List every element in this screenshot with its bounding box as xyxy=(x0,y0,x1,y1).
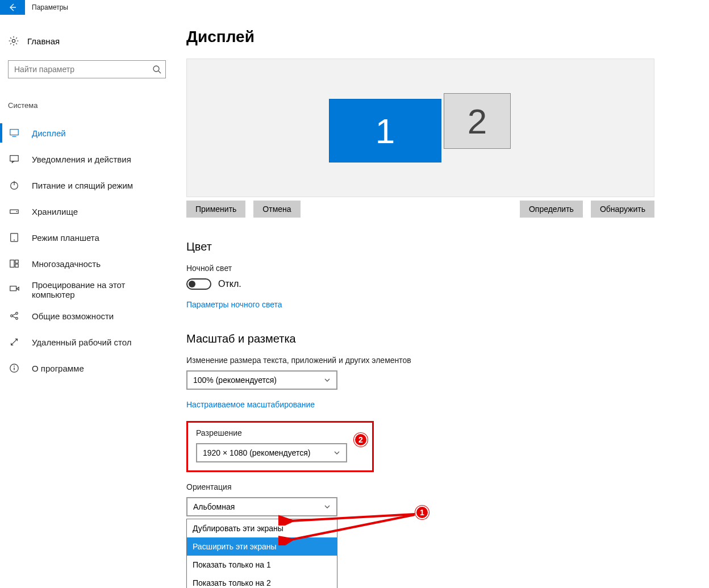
nav-item-shared[interactable]: Общие возможности xyxy=(8,303,168,329)
orientation-value: Альбомная xyxy=(193,502,235,511)
svg-rect-15 xyxy=(10,286,16,291)
home-link[interactable]: Главная xyxy=(8,32,168,55)
project-icon xyxy=(9,285,19,295)
page-title: Дисплей xyxy=(186,28,662,46)
drive-icon xyxy=(9,206,19,216)
svg-point-16 xyxy=(11,315,13,317)
nav-label: Уведомления и действия xyxy=(32,155,131,164)
resolution-label: Разрешение xyxy=(196,428,364,437)
monitor-icon xyxy=(9,128,19,138)
scale-heading: Масштаб и разметка xyxy=(186,332,662,345)
svg-rect-5 xyxy=(10,156,18,161)
power-icon xyxy=(9,180,19,190)
monitor-2[interactable]: 2 xyxy=(444,93,511,149)
dropdown-option-show2[interactable]: Показать только на 2 xyxy=(187,574,337,588)
home-label: Главная xyxy=(27,36,60,46)
svg-rect-14 xyxy=(15,264,18,267)
dropdown-option-extend[interactable]: Расширить эти экраны xyxy=(187,537,337,556)
svg-point-21 xyxy=(14,366,15,367)
detect-button[interactable]: Обнаружить xyxy=(591,201,654,218)
annotation-callout-2: 2 xyxy=(354,433,368,447)
apply-button[interactable]: Применить xyxy=(186,201,245,218)
multitask-icon xyxy=(9,258,19,269)
cancel-button[interactable]: Отмена xyxy=(253,201,300,218)
titlebar: Параметры xyxy=(0,0,709,15)
nav-label: Удаленный рабочий стол xyxy=(32,337,131,347)
tablet-icon xyxy=(9,232,19,243)
search-input[interactable] xyxy=(8,60,166,78)
nav-item-storage[interactable]: Хранилище xyxy=(8,198,168,224)
nav-list: Дисплей Уведомления и действия Питание и… xyxy=(8,120,168,381)
svg-point-0 xyxy=(12,39,15,42)
night-light-settings-link[interactable]: Параметры ночного света xyxy=(186,300,282,309)
chevron-down-icon xyxy=(324,377,331,383)
night-light-toggle[interactable] xyxy=(186,278,211,290)
identify-button[interactable]: Определить xyxy=(520,201,583,218)
svg-point-17 xyxy=(16,312,18,315)
svg-line-2 xyxy=(159,71,161,73)
multi-display-dropdown: Дублировать эти экраны Расширить эти экр… xyxy=(186,519,337,588)
svg-point-18 xyxy=(16,318,18,320)
resolution-select[interactable]: 1920 × 1080 (рекомендуется) xyxy=(196,443,347,462)
nav-item-display[interactable]: Дисплей xyxy=(8,120,168,146)
sidebar: Главная Система Дисплей Уведомления и де… xyxy=(0,15,176,588)
svg-rect-12 xyxy=(10,260,14,268)
color-heading: Цвет xyxy=(186,240,662,253)
orientation-select[interactable]: Альбомная xyxy=(186,497,337,516)
nav-item-power[interactable]: Питание и спящий режим xyxy=(8,172,168,198)
nav-label: Дисплей xyxy=(32,128,66,138)
nav-label: Многозадачность xyxy=(32,259,101,269)
nav-label: Хранилище xyxy=(32,207,78,216)
nav-label: Режим планшета xyxy=(32,233,99,243)
nav-item-notifications[interactable]: Уведомления и действия xyxy=(8,146,168,172)
chevron-down-icon xyxy=(333,449,340,456)
night-light-label: Ночной свет xyxy=(186,264,662,273)
orientation-label: Ориентация xyxy=(186,482,662,491)
annotation-frame-2: Разрешение 1920 × 1080 (рекомендуется) 2 xyxy=(186,421,374,472)
search-icon xyxy=(152,65,161,74)
nav-label: О программе xyxy=(32,364,84,373)
monitor-1[interactable]: 1 xyxy=(329,99,441,162)
display-buttons: Применить Отмена Определить Обнаружить xyxy=(186,201,654,218)
annotation-callout-1: 1 xyxy=(415,506,429,519)
toggle-state-text: Откл. xyxy=(218,279,241,289)
category-label: Система xyxy=(8,101,168,110)
remote-icon xyxy=(9,337,19,347)
back-button[interactable] xyxy=(0,0,25,15)
text-size-value: 100% (рекомендуется) xyxy=(193,376,277,385)
custom-scaling-link[interactable]: Настраиваемое масштабирование xyxy=(186,400,315,409)
dropdown-option-show1[interactable]: Показать только на 1 xyxy=(187,556,337,574)
text-size-select[interactable]: 100% (рекомендуется) xyxy=(186,370,337,390)
main-content: Дисплей 2 1 Применить Отмена Определить … xyxy=(176,15,709,588)
svg-rect-13 xyxy=(15,260,18,263)
nav-label: Общие возможности xyxy=(32,311,114,321)
text-size-label: Изменение размера текста, приложений и д… xyxy=(186,356,662,365)
nav-item-projection[interactable]: Проецирование на этот компьютер xyxy=(8,277,168,303)
chat-icon xyxy=(9,154,19,164)
gear-icon xyxy=(8,35,19,47)
arrow-left-icon xyxy=(8,3,17,12)
nav-item-multitask[interactable]: Многозадачность xyxy=(8,251,168,277)
nav-item-remote[interactable]: Удаленный рабочий стол xyxy=(8,329,168,355)
nav-label: Проецирование на этот компьютер xyxy=(32,280,168,299)
display-arrangement[interactable]: 2 1 xyxy=(186,59,654,197)
svg-rect-3 xyxy=(10,130,18,135)
svg-point-9 xyxy=(16,211,18,212)
nav-item-about[interactable]: О программе xyxy=(8,355,168,381)
svg-point-1 xyxy=(153,66,159,72)
share-icon xyxy=(9,311,19,321)
svg-point-11 xyxy=(14,240,15,241)
nav-label: Питание и спящий режим xyxy=(32,181,133,190)
resolution-value: 1920 × 1080 (рекомендуется) xyxy=(203,448,310,457)
chevron-down-icon xyxy=(324,503,331,510)
info-icon xyxy=(9,363,19,373)
nav-item-tablet[interactable]: Режим планшета xyxy=(8,224,168,251)
titlebar-text: Параметры xyxy=(32,3,68,11)
dropdown-option-duplicate[interactable]: Дублировать эти экраны xyxy=(187,519,337,537)
